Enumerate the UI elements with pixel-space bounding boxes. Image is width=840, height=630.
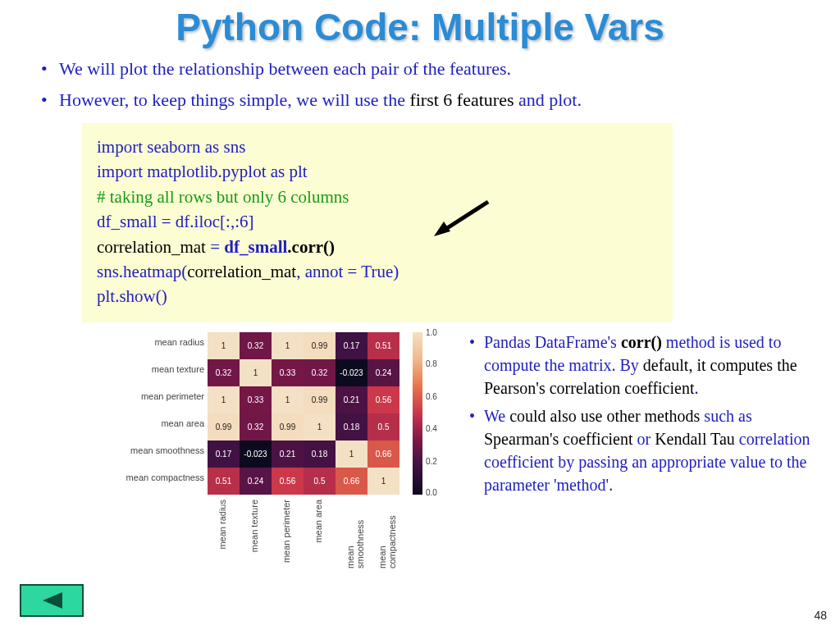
top-bullets: We will plot the relationship between ea… xyxy=(0,56,840,113)
bullet-2-emph: first 6 features xyxy=(409,89,514,110)
heatmap-cell: 0.32 xyxy=(240,332,272,359)
xtick-1: mean texture xyxy=(249,500,259,552)
code-line-7: plt.show() xyxy=(97,284,658,308)
code-line-4: df_small = df.iloc[:,:6] xyxy=(97,209,658,234)
ytick-2: mean perimeter xyxy=(89,391,204,401)
heatmap-cell: 0.99 xyxy=(304,386,336,413)
ytick-5: mean compactness xyxy=(89,472,204,482)
svg-line-0 xyxy=(442,202,488,231)
code-line-5: correlation_mat = df_small.corr() xyxy=(97,235,658,259)
rb2-a: We xyxy=(484,407,509,425)
heatmap-cell: 0.21 xyxy=(272,441,304,468)
code-l5-d: .corr() xyxy=(287,237,335,257)
xtick-3: mean area xyxy=(313,500,323,543)
ctick-1.0: 1.0 xyxy=(426,328,437,337)
code-box: import seaborn as sns import matplotlib.… xyxy=(82,123,673,322)
rb2-b: could also use other methods xyxy=(509,407,700,425)
xtick-0: mean radius xyxy=(217,500,227,550)
ytick-1: mean texture xyxy=(89,364,204,374)
rb1-a: Pandas DataFrame's xyxy=(484,333,621,351)
bullet-2-part-c: and plot. xyxy=(514,89,582,110)
heatmap-cell: 0.99 xyxy=(272,413,304,441)
code-l5-c: df_small xyxy=(224,237,287,257)
heatmap-cell: 0.56 xyxy=(368,386,399,413)
ctick-0.8: 0.8 xyxy=(426,359,437,368)
heatmap-cell: 0.51 xyxy=(368,332,399,359)
heatmap-cell: 1 xyxy=(272,386,304,413)
bullet-1: We will plot the relationship between ea… xyxy=(59,56,791,82)
heatmap-cell: 0.18 xyxy=(304,441,336,468)
rb1-b: corr() xyxy=(621,333,662,351)
heatmap-cell: 0.32 xyxy=(240,413,272,441)
code-l6-c: , annot = True) xyxy=(296,262,399,281)
code-line-1: import seaborn as sns xyxy=(97,135,658,159)
code-line-6: sns.heatmap(correlation_mat, annot = Tru… xyxy=(97,259,658,284)
bullet-2-part-a: However, to keep things simple, we will … xyxy=(59,89,409,110)
heatmap-cell: -0.023 xyxy=(240,441,272,468)
heatmap-cell: 0.33 xyxy=(240,386,272,413)
ytick-0: mean radius xyxy=(89,337,204,347)
ytick-3: mean area xyxy=(89,418,204,428)
heatmap-cell: 1 xyxy=(208,332,240,359)
heatmap-cell: 0.18 xyxy=(336,413,368,441)
ctick-0.2: 0.2 xyxy=(426,457,437,466)
prev-slide-button[interactable] xyxy=(20,584,84,617)
heatmap-cell: 1 xyxy=(336,441,368,468)
rb2-e: or xyxy=(637,430,655,448)
rb2-c: such as xyxy=(700,407,751,425)
svg-marker-2 xyxy=(43,592,62,609)
heatmap-grid: 10.3210.990.170.510.3210.330.32-0.0230.2… xyxy=(208,332,399,495)
heatmap-cell: 0.99 xyxy=(304,332,336,359)
heatmap-cell: 0.99 xyxy=(208,413,240,441)
code-line-2: import matplotlib.pyplot as plt xyxy=(97,159,658,184)
xtick-2: mean perimeter xyxy=(281,500,291,563)
heatmap-cell: 0.32 xyxy=(304,359,336,386)
ytick-4: mean smoothness xyxy=(89,445,204,455)
heatmap-cell: 0.33 xyxy=(272,359,304,386)
slide-title: Python Code: Multiple Vars xyxy=(0,0,840,56)
code-l6-a: sns.heatmap( xyxy=(97,262,187,281)
xtick-5: mean compactness xyxy=(377,500,397,568)
heatmap-cell: -0.023 xyxy=(336,359,368,386)
code-line-3: # taking all rows but only 6 columns xyxy=(97,185,658,209)
code-l5-b: = xyxy=(210,237,224,257)
heatmap-cell: 0.32 xyxy=(208,359,240,386)
heatmap-cell: 0.66 xyxy=(368,441,399,468)
triangle-left-icon xyxy=(39,591,64,610)
heatmap-cell: 0.24 xyxy=(240,468,272,495)
rb1-e: . xyxy=(694,379,698,397)
svg-marker-1 xyxy=(434,221,450,236)
right-bullets: Pandas DataFrame's corr() method is used… xyxy=(484,331,820,501)
right-bullet-1: Pandas DataFrame's corr() method is used… xyxy=(484,331,820,399)
heatmap-chart: mean radius mean texture mean perimeter … xyxy=(94,331,439,568)
xtick-4: mean smoothness xyxy=(345,500,365,568)
heatmap-cell: 0.66 xyxy=(336,468,368,495)
heatmap-cell: 1 xyxy=(272,332,304,359)
heatmap-cell: 0.21 xyxy=(336,386,368,413)
bullet-2: However, to keep things simple, we will … xyxy=(59,87,791,113)
heatmap-cell: 1 xyxy=(304,413,336,441)
page-number: 48 xyxy=(814,609,827,622)
rb2-f: Kendall Tau xyxy=(655,430,739,448)
ctick-0.4: 0.4 xyxy=(426,424,437,433)
right-bullet-2: We could also use other methods such as … xyxy=(484,404,820,496)
heatmap-cell: 0.5 xyxy=(368,413,399,441)
heatmap-cell: 1 xyxy=(208,386,240,413)
arrow-icon xyxy=(431,199,496,238)
heatmap-cell: 0.51 xyxy=(208,468,240,495)
code-l5-a: correlation_mat xyxy=(97,237,210,257)
heatmap-cell: 0.24 xyxy=(368,359,399,386)
ctick-0.0: 0.0 xyxy=(426,488,437,497)
rb2-d: Spearman's coefficient xyxy=(484,430,637,448)
heatmap-cell: 0.56 xyxy=(272,468,304,495)
heatmap-cell: 0.5 xyxy=(304,468,336,495)
colorbar xyxy=(413,332,422,495)
heatmap-cell: 0.17 xyxy=(208,441,240,468)
ctick-0.6: 0.6 xyxy=(426,392,437,401)
code-l6-b: correlation_mat xyxy=(187,262,296,281)
heatmap-cell: 1 xyxy=(240,359,272,386)
heatmap-cell: 1 xyxy=(368,468,399,495)
heatmap-cell: 0.17 xyxy=(336,332,368,359)
